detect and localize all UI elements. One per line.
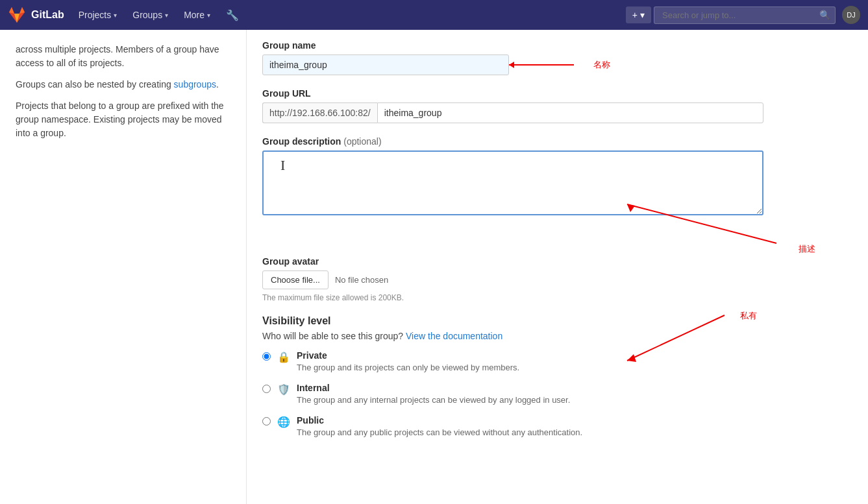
visibility-section: Visibility level 私有 Who will be able to … xyxy=(262,315,763,437)
name-arrow-svg xyxy=(502,57,580,73)
public-desc: The group and any public projects can be… xyxy=(297,427,582,437)
navbar: GitLab Projects ▾ Groups ▾ More ▾ 🔧 + ▾ … xyxy=(0,0,868,30)
group-avatar-label: Group avatar xyxy=(262,256,763,267)
navbar-more[interactable]: More ▾ xyxy=(177,6,217,24)
navbar-new-button[interactable]: + ▾ xyxy=(626,6,651,23)
public-label: Public xyxy=(297,415,582,426)
group-url-label: Group URL xyxy=(262,88,763,99)
info-paragraph-3: Projects that belong to a group are pref… xyxy=(16,99,230,140)
gitlab-logo-icon xyxy=(8,6,26,24)
description-textarea[interactable] xyxy=(262,150,763,215)
optional-text: (optional) xyxy=(343,136,381,147)
radio-internal-input[interactable] xyxy=(262,385,271,393)
user-avatar[interactable]: DJ xyxy=(842,6,860,24)
form-panel: Group name 名称 Group URL http://192.168.6… xyxy=(247,30,779,504)
info-panel: across multiple projects. Members of a g… xyxy=(0,30,247,504)
group-avatar-section: Group avatar Choose file... No file chos… xyxy=(262,256,763,302)
desc-annotation-label: 描述 xyxy=(799,243,815,255)
view-documentation-link[interactable]: View the documentation xyxy=(406,331,502,341)
navbar-admin-icon[interactable]: 🔧 xyxy=(219,5,245,25)
group-description-label: Group description (optional) xyxy=(262,136,763,147)
group-description-section: Group description (optional) I 描述 xyxy=(262,136,763,217)
url-inputs: http://192.168.66.100:82/ xyxy=(262,102,763,123)
visibility-annotation-label: 私有 xyxy=(740,310,757,322)
name-annotation-label: 名称 xyxy=(593,59,610,71)
visibility-title: Visibility level xyxy=(262,315,763,327)
description-wrap: I 描述 xyxy=(262,150,763,217)
file-input-row: Choose file... No file chosen xyxy=(262,270,763,289)
info-paragraph-2: Groups can also be nested by creating su… xyxy=(16,78,230,91)
more-chevron-icon: ▾ xyxy=(207,12,210,19)
choose-file-button[interactable]: Choose file... xyxy=(262,270,329,289)
group-name-section: Group name 名称 xyxy=(262,40,763,75)
globe-icon: 🌐 xyxy=(277,416,290,428)
lock-icon: 🔒 xyxy=(277,351,290,363)
url-slug-input[interactable] xyxy=(377,102,763,123)
plus-chevron-icon: ▾ xyxy=(640,10,645,20)
radio-public: 🌐 Public The group and any public projec… xyxy=(262,415,763,437)
internal-desc: The group and any internal projects can … xyxy=(297,395,570,405)
group-name-label: Group name xyxy=(262,40,763,51)
internal-label: Internal xyxy=(297,383,570,393)
group-url-section: Group URL http://192.168.66.100:82/ xyxy=(262,88,763,123)
projects-chevron-icon: ▾ xyxy=(114,12,117,19)
visibility-description: Who will be able to see this group? View… xyxy=(262,331,763,341)
file-size-note: The maximum file size allowed is 200KB. xyxy=(262,293,763,302)
info-paragraph-1: across multiple projects. Members of a g… xyxy=(16,43,230,70)
subgroups-link[interactable]: subgroups xyxy=(174,79,216,90)
group-name-input[interactable] xyxy=(262,54,509,75)
navbar-logo[interactable]: GitLab xyxy=(8,6,64,24)
search-wrap: 🔍 xyxy=(654,6,836,24)
shield-icon: 🛡️ xyxy=(277,383,290,396)
private-label: Private xyxy=(297,350,519,361)
radio-internal: 🛡️ Internal The group and any internal p… xyxy=(262,383,763,405)
groups-chevron-icon: ▾ xyxy=(165,12,168,19)
navbar-brand: GitLab xyxy=(31,9,64,21)
navbar-groups[interactable]: Groups ▾ xyxy=(126,6,175,24)
search-input[interactable] xyxy=(654,6,836,24)
svg-marker-1 xyxy=(509,62,514,68)
radio-private: 🔒 Private The group and its projects can… xyxy=(262,350,763,372)
url-base-text: http://192.168.66.100:82/ xyxy=(262,102,377,123)
private-desc: The group and its projects can only be v… xyxy=(297,363,519,372)
navbar-projects[interactable]: Projects ▾ xyxy=(72,6,124,24)
radio-private-input[interactable] xyxy=(262,352,271,361)
no-file-chosen-text: No file chosen xyxy=(335,275,388,285)
radio-public-input[interactable] xyxy=(262,417,271,426)
page-layout: across multiple projects. Members of a g… xyxy=(0,30,868,504)
